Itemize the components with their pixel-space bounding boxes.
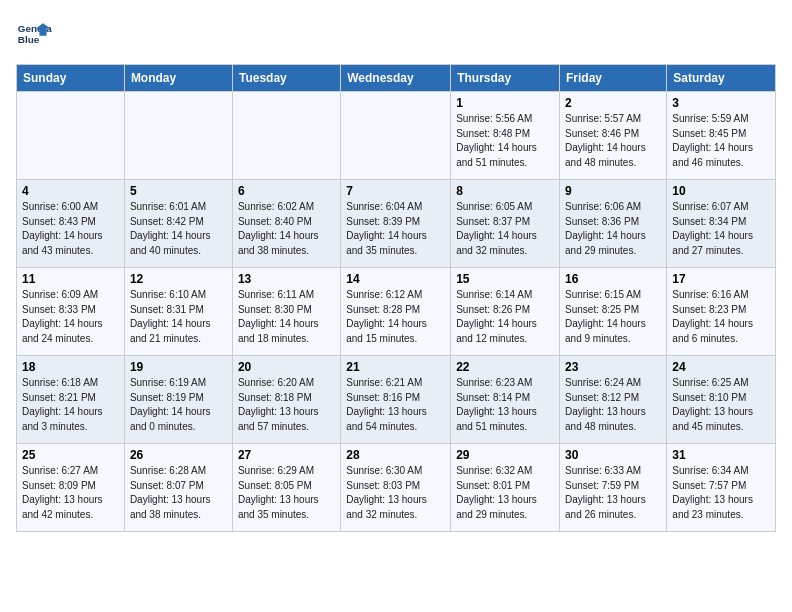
calendar-cell: 9Sunrise: 6:06 AM Sunset: 8:36 PM Daylig… — [560, 180, 667, 268]
day-number: 24 — [672, 360, 770, 374]
logo-icon: General Blue — [16, 16, 52, 52]
calendar-cell: 27Sunrise: 6:29 AM Sunset: 8:05 PM Dayli… — [232, 444, 340, 532]
calendar-cell — [341, 92, 451, 180]
day-number: 12 — [130, 272, 227, 286]
day-number: 3 — [672, 96, 770, 110]
calendar-cell — [232, 92, 340, 180]
day-info: Sunrise: 6:10 AM Sunset: 8:31 PM Dayligh… — [130, 288, 227, 346]
day-info: Sunrise: 6:33 AM Sunset: 7:59 PM Dayligh… — [565, 464, 661, 522]
calendar-cell: 26Sunrise: 6:28 AM Sunset: 8:07 PM Dayli… — [124, 444, 232, 532]
calendar-table: SundayMondayTuesdayWednesdayThursdayFrid… — [16, 64, 776, 532]
day-info: Sunrise: 6:15 AM Sunset: 8:25 PM Dayligh… — [565, 288, 661, 346]
day-info: Sunrise: 6:16 AM Sunset: 8:23 PM Dayligh… — [672, 288, 770, 346]
calendar-week-row: 11Sunrise: 6:09 AM Sunset: 8:33 PM Dayli… — [17, 268, 776, 356]
day-number: 14 — [346, 272, 445, 286]
calendar-cell: 8Sunrise: 6:05 AM Sunset: 8:37 PM Daylig… — [451, 180, 560, 268]
day-number: 25 — [22, 448, 119, 462]
day-number: 19 — [130, 360, 227, 374]
calendar-cell: 30Sunrise: 6:33 AM Sunset: 7:59 PM Dayli… — [560, 444, 667, 532]
day-number: 10 — [672, 184, 770, 198]
day-info: Sunrise: 6:25 AM Sunset: 8:10 PM Dayligh… — [672, 376, 770, 434]
day-number: 5 — [130, 184, 227, 198]
logo: General Blue — [16, 16, 52, 52]
calendar-week-row: 18Sunrise: 6:18 AM Sunset: 8:21 PM Dayli… — [17, 356, 776, 444]
day-number: 6 — [238, 184, 335, 198]
day-number: 29 — [456, 448, 554, 462]
day-info: Sunrise: 6:19 AM Sunset: 8:19 PM Dayligh… — [130, 376, 227, 434]
col-header-friday: Friday — [560, 65, 667, 92]
calendar-header: General Blue — [16, 16, 776, 52]
day-info: Sunrise: 6:29 AM Sunset: 8:05 PM Dayligh… — [238, 464, 335, 522]
day-info: Sunrise: 5:56 AM Sunset: 8:48 PM Dayligh… — [456, 112, 554, 170]
day-number: 26 — [130, 448, 227, 462]
svg-text:General: General — [18, 23, 52, 34]
calendar-cell: 31Sunrise: 6:34 AM Sunset: 7:57 PM Dayli… — [667, 444, 776, 532]
day-info: Sunrise: 6:02 AM Sunset: 8:40 PM Dayligh… — [238, 200, 335, 258]
day-number: 7 — [346, 184, 445, 198]
calendar-cell: 6Sunrise: 6:02 AM Sunset: 8:40 PM Daylig… — [232, 180, 340, 268]
calendar-cell: 15Sunrise: 6:14 AM Sunset: 8:26 PM Dayli… — [451, 268, 560, 356]
day-number: 2 — [565, 96, 661, 110]
calendar-cell: 2Sunrise: 5:57 AM Sunset: 8:46 PM Daylig… — [560, 92, 667, 180]
calendar-cell: 22Sunrise: 6:23 AM Sunset: 8:14 PM Dayli… — [451, 356, 560, 444]
day-info: Sunrise: 6:20 AM Sunset: 8:18 PM Dayligh… — [238, 376, 335, 434]
col-header-monday: Monday — [124, 65, 232, 92]
calendar-cell: 16Sunrise: 6:15 AM Sunset: 8:25 PM Dayli… — [560, 268, 667, 356]
day-number: 18 — [22, 360, 119, 374]
day-info: Sunrise: 6:05 AM Sunset: 8:37 PM Dayligh… — [456, 200, 554, 258]
day-number: 23 — [565, 360, 661, 374]
calendar-cell: 21Sunrise: 6:21 AM Sunset: 8:16 PM Dayli… — [341, 356, 451, 444]
calendar-cell — [17, 92, 125, 180]
calendar-cell: 17Sunrise: 6:16 AM Sunset: 8:23 PM Dayli… — [667, 268, 776, 356]
day-info: Sunrise: 6:12 AM Sunset: 8:28 PM Dayligh… — [346, 288, 445, 346]
day-info: Sunrise: 6:32 AM Sunset: 8:01 PM Dayligh… — [456, 464, 554, 522]
calendar-cell: 1Sunrise: 5:56 AM Sunset: 8:48 PM Daylig… — [451, 92, 560, 180]
calendar-cell: 12Sunrise: 6:10 AM Sunset: 8:31 PM Dayli… — [124, 268, 232, 356]
day-number: 15 — [456, 272, 554, 286]
day-number: 8 — [456, 184, 554, 198]
col-header-tuesday: Tuesday — [232, 65, 340, 92]
calendar-cell: 28Sunrise: 6:30 AM Sunset: 8:03 PM Dayli… — [341, 444, 451, 532]
day-info: Sunrise: 6:21 AM Sunset: 8:16 PM Dayligh… — [346, 376, 445, 434]
calendar-cell: 4Sunrise: 6:00 AM Sunset: 8:43 PM Daylig… — [17, 180, 125, 268]
day-info: Sunrise: 6:04 AM Sunset: 8:39 PM Dayligh… — [346, 200, 445, 258]
day-info: Sunrise: 6:09 AM Sunset: 8:33 PM Dayligh… — [22, 288, 119, 346]
calendar-cell: 5Sunrise: 6:01 AM Sunset: 8:42 PM Daylig… — [124, 180, 232, 268]
day-number: 28 — [346, 448, 445, 462]
calendar-cell: 29Sunrise: 6:32 AM Sunset: 8:01 PM Dayli… — [451, 444, 560, 532]
col-header-thursday: Thursday — [451, 65, 560, 92]
day-number: 30 — [565, 448, 661, 462]
calendar-cell: 11Sunrise: 6:09 AM Sunset: 8:33 PM Dayli… — [17, 268, 125, 356]
day-number: 4 — [22, 184, 119, 198]
day-info: Sunrise: 6:27 AM Sunset: 8:09 PM Dayligh… — [22, 464, 119, 522]
day-info: Sunrise: 5:57 AM Sunset: 8:46 PM Dayligh… — [565, 112, 661, 170]
calendar-cell: 13Sunrise: 6:11 AM Sunset: 8:30 PM Dayli… — [232, 268, 340, 356]
calendar-cell: 7Sunrise: 6:04 AM Sunset: 8:39 PM Daylig… — [341, 180, 451, 268]
day-number: 13 — [238, 272, 335, 286]
calendar-cell: 24Sunrise: 6:25 AM Sunset: 8:10 PM Dayli… — [667, 356, 776, 444]
day-number: 16 — [565, 272, 661, 286]
calendar-cell: 23Sunrise: 6:24 AM Sunset: 8:12 PM Dayli… — [560, 356, 667, 444]
calendar-cell: 10Sunrise: 6:07 AM Sunset: 8:34 PM Dayli… — [667, 180, 776, 268]
calendar-cell: 18Sunrise: 6:18 AM Sunset: 8:21 PM Dayli… — [17, 356, 125, 444]
day-info: Sunrise: 6:14 AM Sunset: 8:26 PM Dayligh… — [456, 288, 554, 346]
day-number: 31 — [672, 448, 770, 462]
col-header-saturday: Saturday — [667, 65, 776, 92]
calendar-cell: 14Sunrise: 6:12 AM Sunset: 8:28 PM Dayli… — [341, 268, 451, 356]
calendar-week-row: 4Sunrise: 6:00 AM Sunset: 8:43 PM Daylig… — [17, 180, 776, 268]
calendar-week-row: 25Sunrise: 6:27 AM Sunset: 8:09 PM Dayli… — [17, 444, 776, 532]
calendar-cell — [124, 92, 232, 180]
day-info: Sunrise: 5:59 AM Sunset: 8:45 PM Dayligh… — [672, 112, 770, 170]
col-header-wednesday: Wednesday — [341, 65, 451, 92]
day-number: 17 — [672, 272, 770, 286]
day-info: Sunrise: 6:18 AM Sunset: 8:21 PM Dayligh… — [22, 376, 119, 434]
svg-text:Blue: Blue — [18, 34, 40, 45]
day-number: 1 — [456, 96, 554, 110]
day-number: 21 — [346, 360, 445, 374]
day-number: 27 — [238, 448, 335, 462]
calendar-week-row: 1Sunrise: 5:56 AM Sunset: 8:48 PM Daylig… — [17, 92, 776, 180]
day-number: 9 — [565, 184, 661, 198]
day-info: Sunrise: 6:01 AM Sunset: 8:42 PM Dayligh… — [130, 200, 227, 258]
day-info: Sunrise: 6:28 AM Sunset: 8:07 PM Dayligh… — [130, 464, 227, 522]
day-info: Sunrise: 6:24 AM Sunset: 8:12 PM Dayligh… — [565, 376, 661, 434]
